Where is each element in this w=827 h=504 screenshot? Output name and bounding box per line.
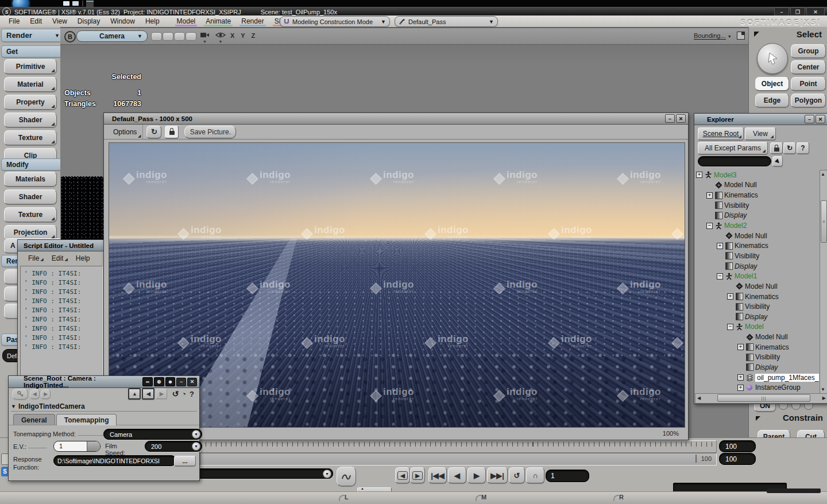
tree-node-model2[interactable]: −Model2 [695,220,819,231]
scroll-right-icon[interactable]: ▶ [822,396,826,401]
render-lock-button[interactable] [165,126,179,138]
explorer-refresh-button[interactable]: ↻ [783,142,796,154]
scroll-down-icon[interactable]: ▼ [821,387,825,392]
shader-button[interactable]: Shader [4,189,57,204]
tab-tonemapping[interactable]: Tonemapping [56,414,117,425]
hscroll-thumb[interactable]: ||| [717,394,810,402]
edge-button[interactable]: Edge [755,94,789,107]
explorer-help-button[interactable]: ? [797,142,809,154]
texture-button[interactable]: Texture◢ [4,207,57,222]
link-icon[interactable]: ∞ [142,377,153,386]
timeline-range-bar[interactable]: 100 [200,453,717,466]
display-mode-button[interactable] [151,32,162,41]
tree-node-model3[interactable]: +Model3 [695,170,819,180]
options-menu[interactable]: Options◢ [107,125,143,139]
response-function-input[interactable]: D:\Softimage\INDIGOTINTEDFORXSI [53,455,176,466]
script-button[interactable] [337,467,356,486]
script-editor-titlebar[interactable]: Script Editor - Untitled [18,240,105,251]
camera-view-icon[interactable]: ▼ [200,30,210,43]
scroll-left-icon[interactable]: ◀ [697,396,701,401]
explorer-vscrollbar[interactable]: ▲ ≡ ▼ [820,170,827,394]
tree-node-model-null[interactable]: Model Null [695,180,819,191]
tree-node-kinematics[interactable]: +Kinematics [695,342,819,352]
point-button[interactable]: Point [791,77,826,91]
tree-node-visibility[interactable]: Visibility [695,352,819,363]
browse-button[interactable]: ... [174,456,196,466]
scene-root-menu[interactable]: Scene Root◢ [698,127,744,140]
page-up-button[interactable]: ▲ [128,388,141,400]
tree-node-display[interactable]: Display [695,261,819,272]
globe-icon[interactable]: ⊕ [154,377,164,386]
explorer-titlebar[interactable]: Explorer – ✕ [694,114,827,125]
user-icon[interactable]: ☻ [165,377,176,386]
help-icon[interactable]: ? [190,390,194,398]
explorer-search-input[interactable] [698,156,771,166]
tab-general[interactable]: General [13,414,55,425]
menu-view[interactable]: View [47,15,72,27]
center-button[interactable]: Center [791,60,826,74]
axis-toggle-labels[interactable]: X Y Z [230,32,257,39]
audio-button[interactable]: ∩ [526,467,544,483]
viewport-camera-dropdown[interactable]: Camera ▼ [76,30,148,42]
script-editor-menu-help[interactable]: Help [76,254,90,262]
scroll-up-icon[interactable]: ▲ [821,172,825,177]
undo-icon[interactable]: ↺ [172,389,179,398]
tree-node-kinematics[interactable]: +Kinematics [695,190,819,200]
group-button[interactable]: Group [791,44,826,58]
refresh-button[interactable]: ↻ [146,126,161,138]
expand-plus-icon[interactable]: + [737,385,744,391]
menu-display[interactable]: Display [72,15,105,27]
range-end-marker[interactable] [695,455,697,463]
go-to-start-button[interactable]: |◀◀ [428,467,447,483]
film-speed-dropdown[interactable]: 200 ▼ [145,441,202,452]
tree-node-visibility[interactable]: Visibility [695,251,819,261]
frame-step-back-button[interactable]: ◀ [395,467,410,483]
play-backward-button[interactable]: ◀ [448,467,466,483]
page-forward-button[interactable]: ▶ [156,389,167,399]
menu-animate[interactable]: Animate [200,15,236,27]
expand-plus-icon[interactable]: + [737,344,744,350]
collapse-minus-icon[interactable]: − [717,273,723,280]
texture-button[interactable]: Texture◢ [4,130,57,145]
object-button[interactable]: Object [755,77,789,91]
tree-node-model-null[interactable]: Model Null [695,231,819,241]
property-section-header[interactable]: ▼ IndigoTintedCamera [11,401,197,412]
expand-plus-icon[interactable]: + [737,374,744,381]
chevron-down-icon[interactable]: ▼ [323,470,331,478]
explorer-hscrollbar[interactable]: ◀ ||| ▶ [695,393,827,404]
get-section-header[interactable]: Get [1,45,64,57]
tree-node-display[interactable]: Display [695,312,819,322]
display-mode-button[interactable] [163,32,173,41]
materials-button[interactable]: Materials [4,172,57,187]
construction-mode-dropdown[interactable]: Modeling Construction Mode ▼ [280,16,390,27]
minimize-button[interactable]: – [665,114,675,123]
material-button[interactable]: Material◢ [4,77,57,92]
script-editor-menu-edit[interactable]: Edit◢ [52,254,68,262]
tree-node-kinematics[interactable]: +Kinematics [695,241,819,251]
script-editor-menu-file[interactable]: File◢ [28,254,44,262]
tree-node-model1[interactable]: −Model1 [695,271,819,281]
bounding-display-menu[interactable]: Bounding... ▼ [694,32,732,39]
expand-plus-icon[interactable]: + [696,172,702,178]
polygon-button[interactable]: Polygon [791,94,826,107]
expand-plus-icon[interactable]: + [706,192,713,199]
expand-plus-icon[interactable]: + [717,243,723,249]
menu-help[interactable]: Help [140,15,165,27]
loop-button[interactable]: ↺ [509,467,525,483]
close-button[interactable]: ✕ [187,378,197,386]
minimize-button[interactable]: – [176,378,186,386]
tonemapping-method-dropdown[interactable]: Camera ▼ [103,429,202,440]
menu-edit[interactable]: Edit [25,15,47,27]
explorer-find-button[interactable]: ▶ [772,156,783,166]
frame-step-forward-button[interactable]: ▶ [410,467,425,483]
range-end-input[interactable]: 100 [719,453,756,465]
view-menu[interactable]: View◢ [745,127,776,140]
ev-input[interactable]: 1 [53,441,101,452]
filter-menu[interactable]: All Except Params◢ [698,142,768,154]
tree-node-visibility[interactable]: Visibility [695,301,819,312]
tree-node-display[interactable]: Display [695,211,819,221]
tree-node-visibility[interactable]: Visibility [695,200,819,211]
tree-node-model-null[interactable]: Model Null [695,281,819,292]
visibility-eye-icon[interactable]: ▼ [215,30,226,43]
expand-plus-icon[interactable]: + [727,293,733,300]
